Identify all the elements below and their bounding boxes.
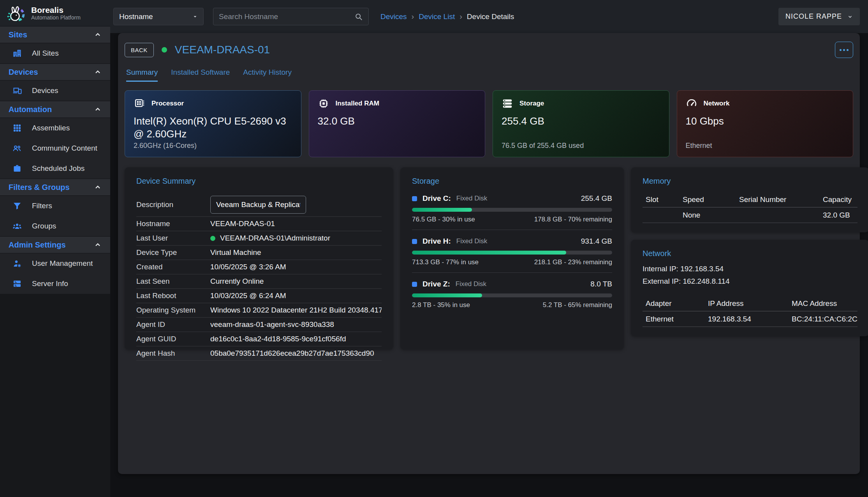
back-button[interactable]: BACK xyxy=(125,43,154,57)
brand-name: Borealis xyxy=(31,5,81,14)
breadcrumb-device-details: Device Details xyxy=(467,12,514,21)
tab-summary[interactable]: Summary xyxy=(126,68,158,82)
stat-card-subtitle: 76.5 GB of 255.4 GB used xyxy=(502,142,660,150)
stat-card-value: Intel(R) Xeon(R) CPU E5-2690 v3 @ 2.60GH… xyxy=(134,115,292,140)
drive-header: Drive H:Fixed Disk931.4 GB xyxy=(412,237,612,246)
summary-row-last-user: Last UserVEEAM-DRAAS-01\Administrator xyxy=(136,231,382,246)
sidebar-section-label: Automation xyxy=(9,105,94,114)
chevron-up-icon xyxy=(94,68,102,76)
people-icon xyxy=(12,144,22,153)
stat-card-title: Processor xyxy=(151,100,184,107)
drive-name: Drive H: xyxy=(423,237,451,246)
storage-panel-title: Storage xyxy=(412,177,612,186)
summary-row-value: de16c0c1-8aa2-4d18-9585-9ce91cf056fd xyxy=(210,335,346,343)
briefcase-icon xyxy=(12,164,22,173)
memory-column-header: Serial Number xyxy=(739,195,823,204)
sidebar-item-label: Groups xyxy=(32,222,56,230)
sidebar-item-label: Filters xyxy=(32,202,52,210)
summary-row-last-reboot: Last Reboot10/03/2025 @ 6:24 AM xyxy=(136,289,382,303)
drive-usage-bar xyxy=(412,293,612,297)
breadcrumb-devices[interactable]: Devices xyxy=(380,12,407,21)
drive-stats: 2.8 TB - 35% in use5.2 TB - 65% remainin… xyxy=(412,301,612,309)
summary-row-created: Created10/05/2025 @ 3:26 AM xyxy=(136,260,382,274)
sidebar-section-items: All Sites xyxy=(0,43,110,63)
memory-table: SlotSpeedSerial NumberCapacityNone32.0 G… xyxy=(643,192,857,223)
network-cell: 192.168.3.54 xyxy=(708,315,792,323)
stat-card-storage: Storage255.4 GB76.5 GB of 255.4 GB used xyxy=(493,90,669,157)
sidebar-section-label: Sites xyxy=(9,30,94,39)
stat-card-subtitle: 2.60GHz (16-Cores) xyxy=(134,142,292,150)
user-gear-icon xyxy=(12,259,22,268)
ellipsis-icon[interactable] xyxy=(835,42,853,58)
search-input[interactable] xyxy=(219,12,354,21)
stat-card-header: Installed RAM xyxy=(318,98,477,109)
main-column: Hostname Devices›Device List›Device Deta… xyxy=(110,0,868,497)
breadcrumb-separator: › xyxy=(460,12,462,21)
drive-size: 255.4 GB xyxy=(581,194,612,203)
external-ip: External IP: 162.248.8.114 xyxy=(643,276,857,287)
sidebar-item-user-management[interactable]: User Management xyxy=(0,253,110,274)
summary-row-description: Description xyxy=(136,193,382,217)
summary-row-label: Hostname xyxy=(136,220,210,228)
sidebar: Borealis Automation Platform SitesAll Si… xyxy=(0,0,110,497)
tab-installed-software[interactable]: Installed Software xyxy=(171,68,230,82)
summary-row-label: Agent ID xyxy=(136,320,210,329)
stat-card-title: Storage xyxy=(519,100,544,107)
sidebar-item-devices[interactable]: Devices xyxy=(0,81,110,101)
description-input[interactable] xyxy=(210,196,306,214)
sidebar-section-sites[interactable]: Sites xyxy=(0,26,110,43)
drive-bullet-icon xyxy=(412,196,417,201)
sidebar-item-label: Server Info xyxy=(32,279,68,288)
sidebar-section-admin-settings[interactable]: Admin Settings xyxy=(0,236,110,253)
rabbit-gear-logo xyxy=(5,3,26,24)
network-cell: BC:24:11:CA:C6:2C xyxy=(792,315,857,323)
tab-activity-history[interactable]: Activity History xyxy=(243,68,292,82)
drive-used-label: 713.3 GB - 77% in use xyxy=(412,258,479,266)
sidebar-item-filters[interactable]: Filters xyxy=(0,196,110,216)
device-details-panel: BACK VEEAM-DRAAS-01 SummaryInstalled Sof… xyxy=(118,33,860,474)
summary-row-value: Virtual Machine xyxy=(210,248,261,257)
drive-usage-fill xyxy=(412,208,472,212)
sidebar-nav: SitesAll SitesDevicesDevicesAutomationAs… xyxy=(0,26,110,497)
user-menu-button[interactable]: NICOLE RAPPE xyxy=(778,8,860,25)
chevron-up-icon xyxy=(94,183,102,191)
sidebar-item-all-sites[interactable]: All Sites xyxy=(0,43,110,63)
summary-row-value: veeam-draas-01-agent-svc-8930a338 xyxy=(210,320,334,329)
drive-name: Drive C: xyxy=(423,194,451,203)
summary-row-value: VEEAM-DRAAS-01 xyxy=(210,220,275,228)
drive-remaining-label: 178.8 GB - 70% remaining xyxy=(534,216,612,223)
app-root: Borealis Automation Platform SitesAll Si… xyxy=(0,0,868,497)
sidebar-item-scheduled-jobs[interactable]: Scheduled Jobs xyxy=(0,158,110,179)
internal-ip: Internal IP: 192.168.3.54 xyxy=(643,263,857,274)
sidebar-section-filters-groups[interactable]: Filters & Groups xyxy=(0,179,110,196)
summary-row-value xyxy=(210,196,306,214)
drive-size: 931.4 GB xyxy=(581,237,612,246)
sidebar-item-community-content[interactable]: Community Content xyxy=(0,138,110,158)
sidebar-section-items: FiltersGroups xyxy=(0,196,110,236)
summary-row-label: Last Reboot xyxy=(136,292,210,300)
memory-cell: None xyxy=(683,211,739,220)
stat-card-title: Network xyxy=(704,100,730,107)
sidebar-item-server-info[interactable]: Server Info xyxy=(0,274,110,294)
summary-row-label: Last Seen xyxy=(136,277,210,286)
search-icon[interactable] xyxy=(354,12,363,21)
stat-card-value: 10 Gbps xyxy=(686,115,845,128)
search-type-dropdown[interactable]: Hostname xyxy=(113,8,204,25)
sidebar-item-groups[interactable]: Groups xyxy=(0,216,110,236)
drive-usage-fill xyxy=(412,293,482,297)
sidebar-item-assemblies[interactable]: Assemblies xyxy=(0,118,110,138)
stat-card-installed-ram: Installed RAM32.0 GB xyxy=(309,90,486,157)
summary-row-label: Operating System xyxy=(136,306,210,314)
network-column-header: Adapter xyxy=(646,299,708,308)
summary-row-value: 10/03/2025 @ 6:24 AM xyxy=(210,292,286,300)
drive-remaining-label: 5.2 TB - 65% remaining xyxy=(543,301,612,309)
sidebar-section-items: Devices xyxy=(0,81,110,101)
breadcrumb-device-list[interactable]: Device List xyxy=(419,12,455,21)
online-status-dot xyxy=(210,236,215,241)
sidebar-item-label: All Sites xyxy=(32,49,59,58)
stat-card-row: ProcessorIntel(R) Xeon(R) CPU E5-2690 v3… xyxy=(125,90,853,157)
sidebar-section-devices[interactable]: Devices xyxy=(0,63,110,81)
sidebar-section-automation[interactable]: Automation xyxy=(0,101,110,118)
device-status-dot xyxy=(162,47,167,53)
memory-panel-title: Memory xyxy=(643,177,857,186)
